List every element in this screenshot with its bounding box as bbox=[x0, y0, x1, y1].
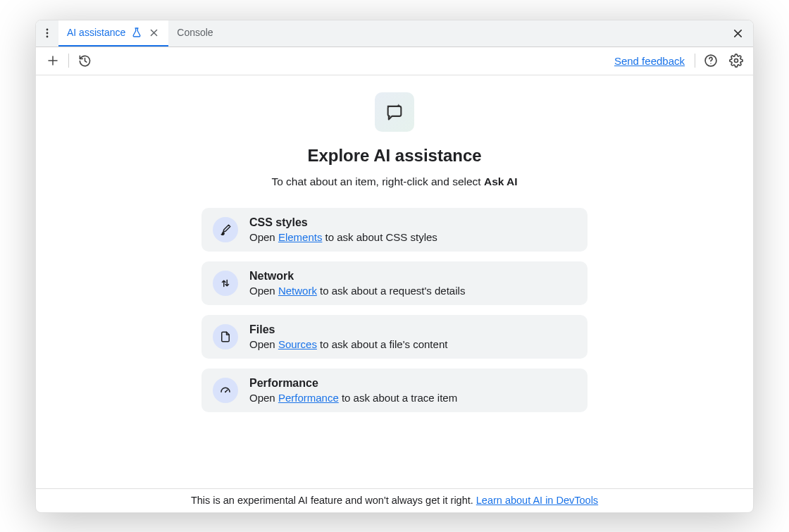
file-icon bbox=[213, 324, 238, 349]
elements-link[interactable]: Elements bbox=[278, 231, 323, 243]
tab-label: AI assistance bbox=[67, 27, 125, 38]
card-description: Open Sources to ask about a file's conte… bbox=[249, 338, 576, 350]
card-css-styles: CSS styles Open Elements to ask about CS… bbox=[201, 208, 588, 252]
toolbar: Send feedback bbox=[36, 47, 753, 75]
history-button[interactable] bbox=[75, 51, 94, 70]
svg-point-5 bbox=[735, 59, 738, 63]
card-performance: Performance Open Performance to ask abou… bbox=[201, 369, 588, 412]
card-title: CSS styles bbox=[249, 216, 576, 229]
new-chat-button[interactable] bbox=[43, 51, 63, 70]
settings-button[interactable] bbox=[726, 51, 746, 70]
learn-more-link[interactable]: Learn about AI in DevTools bbox=[476, 495, 598, 506]
ai-sparkle-icon bbox=[375, 92, 414, 132]
send-feedback-link[interactable]: Send feedback bbox=[614, 55, 685, 67]
svg-point-1 bbox=[46, 32, 49, 35]
card-description: Open Elements to ask about CSS styles bbox=[249, 231, 576, 243]
tab-bar: AI assistance Console bbox=[36, 20, 753, 47]
tab-ai-assistance[interactable]: AI assistance bbox=[58, 20, 168, 47]
performance-link[interactable]: Performance bbox=[278, 392, 339, 404]
card-title: Network bbox=[249, 270, 576, 283]
network-link[interactable]: Network bbox=[278, 285, 317, 297]
card-title: Files bbox=[249, 323, 576, 336]
svg-point-4 bbox=[710, 63, 711, 64]
card-network: Network Open Network to ask about a requ… bbox=[201, 261, 588, 305]
card-description: Open Network to ask about a request's de… bbox=[249, 285, 576, 297]
gauge-icon bbox=[213, 378, 238, 403]
flask-icon bbox=[131, 27, 142, 38]
footer-text: This is an experimental AI feature and w… bbox=[191, 495, 473, 506]
brush-icon bbox=[213, 217, 238, 242]
tab-label: Console bbox=[177, 27, 213, 38]
page-subtitle: To chat about an item, right-click and s… bbox=[271, 175, 517, 188]
page-title: Explore AI assistance bbox=[307, 146, 481, 166]
subtitle-text: To chat about an item, right-click and s… bbox=[271, 175, 484, 187]
card-description: Open Performance to ask about a trace it… bbox=[249, 392, 576, 404]
card-files: Files Open Sources to ask about a file's… bbox=[201, 315, 588, 359]
card-title: Performance bbox=[249, 377, 576, 390]
svg-point-2 bbox=[46, 36, 49, 38]
toolbar-divider bbox=[695, 54, 695, 68]
transfer-icon bbox=[213, 271, 238, 296]
footer: This is an experimental AI feature and w… bbox=[36, 488, 753, 512]
close-tab-icon[interactable] bbox=[148, 27, 160, 39]
card-list: CSS styles Open Elements to ask about CS… bbox=[201, 208, 588, 412]
devtools-panel: AI assistance Console Send feedback bbox=[35, 20, 754, 513]
kebab-menu-icon[interactable] bbox=[36, 20, 58, 47]
help-button[interactable] bbox=[701, 51, 721, 70]
toolbar-divider bbox=[68, 54, 69, 68]
svg-point-6 bbox=[225, 391, 226, 392]
sources-link[interactable]: Sources bbox=[278, 338, 317, 350]
tab-console[interactable]: Console bbox=[168, 20, 221, 47]
close-panel-icon[interactable] bbox=[728, 20, 747, 47]
subtitle-bold: Ask AI bbox=[484, 175, 518, 187]
main-content: Explore AI assistance To chat about an i… bbox=[36, 75, 753, 488]
svg-point-0 bbox=[46, 29, 49, 31]
